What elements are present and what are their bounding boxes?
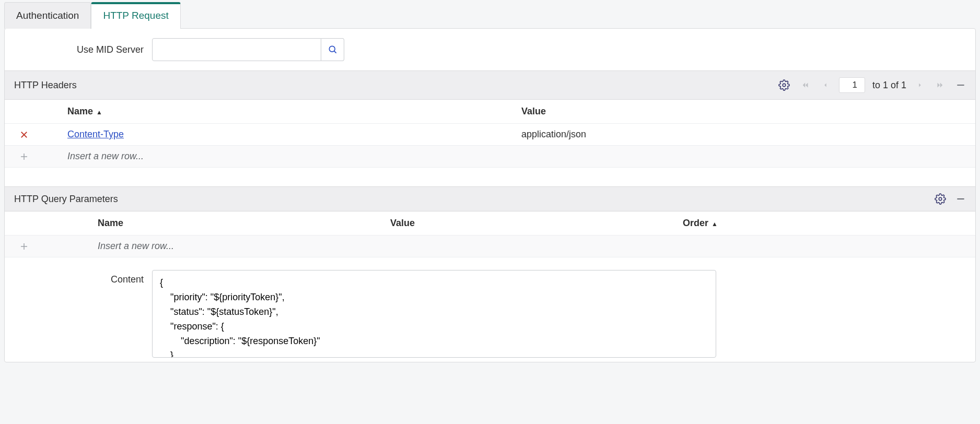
http-headers-header: HTTP Headers 1 to 1 of 1 (5, 70, 975, 100)
mid-server-row: Use MID Server (5, 29, 975, 70)
headers-row: Content-Type application/json (5, 124, 975, 146)
column-label: Order (683, 218, 708, 228)
headers-settings-button[interactable] (778, 79, 790, 91)
gear-icon (935, 193, 946, 205)
tab-http-request[interactable]: HTTP Request (91, 2, 180, 29)
query-params-title: HTTP Query Parameters (14, 194, 118, 205)
tab-bar: Authentication HTTP Request (4, 2, 976, 29)
headers-column-value[interactable]: Value (521, 106, 975, 117)
pager-last-button[interactable] (934, 79, 946, 91)
query-params-insert-row[interactable]: Insert a new row... (5, 235, 975, 257)
insert-row-text: Insert a new row... (35, 241, 390, 252)
pager-first-button[interactable] (799, 79, 812, 91)
query-params-header: HTTP Query Parameters (5, 186, 975, 211)
mid-server-input[interactable] (152, 38, 321, 61)
tab-authentication[interactable]: Authentication (4, 2, 91, 29)
svg-line-1 (334, 51, 336, 53)
add-row-button[interactable] (19, 152, 29, 161)
query-params-collapse-button[interactable] (955, 194, 966, 204)
query-params-column-value[interactable]: Value (390, 218, 683, 229)
http-headers-title: HTTP Headers (14, 80, 77, 91)
add-row-button[interactable] (19, 242, 29, 251)
pager-range-text: to 1 of 1 (872, 80, 906, 91)
header-value-cell[interactable]: application/json (521, 129, 975, 140)
minus-icon (955, 194, 966, 204)
http-request-panel: Use MID Server HTTP Headers (4, 28, 976, 362)
plus-icon (19, 242, 29, 251)
plus-icon (19, 152, 29, 161)
content-row: Content (5, 257, 975, 362)
chevron-double-right-icon (935, 80, 944, 90)
search-icon (328, 44, 338, 55)
content-textarea[interactable] (152, 270, 716, 358)
chevron-right-icon (916, 81, 924, 89)
svg-point-2 (783, 84, 786, 87)
mid-server-lookup-button[interactable] (321, 38, 344, 61)
svg-point-8 (939, 197, 942, 201)
headers-collapse-button[interactable] (955, 80, 966, 90)
headers-grid-header: Name▲ Value (5, 100, 975, 124)
pager-next-button[interactable] (914, 79, 926, 91)
svg-point-0 (329, 46, 335, 52)
column-label: Name (67, 106, 93, 116)
minus-icon (955, 80, 966, 90)
pager-current-input[interactable]: 1 (839, 77, 865, 93)
headers-insert-row[interactable]: Insert a new row... (5, 146, 975, 168)
sort-asc-icon: ▲ (96, 109, 102, 116)
query-params-grid-header: Name Value Order▲ (5, 211, 975, 235)
chevron-double-left-icon (801, 80, 810, 90)
header-name-link[interactable]: Content-Type (67, 129, 124, 139)
delete-row-button[interactable] (19, 130, 29, 139)
query-params-column-order[interactable]: Order▲ (683, 218, 975, 229)
content-label: Content (15, 270, 144, 285)
query-params-column-name[interactable]: Name (5, 218, 390, 229)
close-icon (19, 130, 29, 139)
mid-server-label: Use MID Server (15, 44, 144, 55)
pager-prev-button[interactable] (819, 79, 832, 91)
headers-pager: 1 to 1 of 1 (799, 77, 946, 93)
chevron-left-icon (822, 81, 829, 89)
gear-icon (778, 79, 790, 91)
sort-asc-icon: ▲ (711, 220, 718, 228)
headers-column-name[interactable]: Name▲ (67, 106, 521, 117)
insert-row-text: Insert a new row... (67, 151, 521, 162)
query-params-settings-button[interactable] (935, 193, 946, 205)
